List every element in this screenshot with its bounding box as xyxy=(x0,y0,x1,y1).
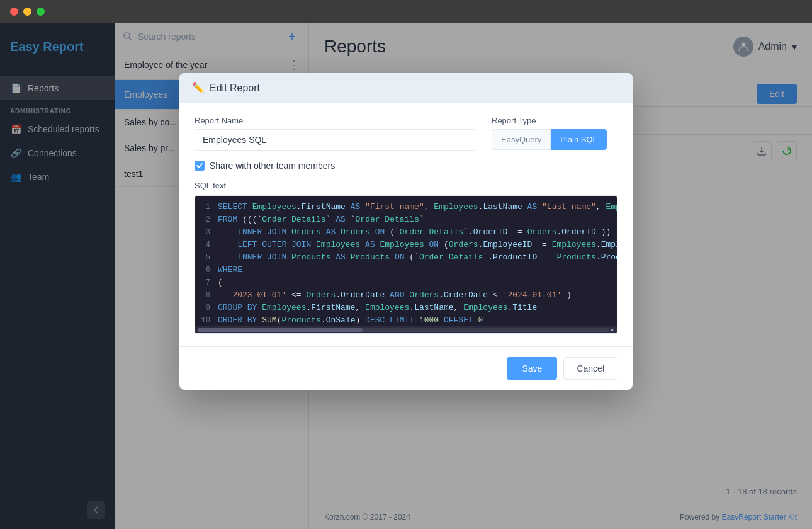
scroll-right-icon xyxy=(609,327,614,333)
modal-overlay[interactable]: ✏️ Edit Report Report Name Report Type E… xyxy=(0,23,812,529)
modal-title: Edit Report xyxy=(210,82,260,94)
share-label: Share with other team members xyxy=(210,161,335,171)
sql-section: SQL text 1 SELECT Employees.FirstName AS… xyxy=(195,181,617,334)
type-easyquery-button[interactable]: EasyQuery xyxy=(492,129,551,150)
share-checkbox-row: Share with other team members xyxy=(195,161,617,171)
sql-line: 1 SELECT Employees.FirstName AS "First n… xyxy=(195,201,617,213)
window-chrome xyxy=(0,0,812,23)
minimize-button[interactable] xyxy=(23,8,31,16)
maximize-button[interactable] xyxy=(37,8,45,16)
close-button[interactable] xyxy=(10,8,18,16)
sql-line: 9 GROUP BY Employees.FirstName, Employee… xyxy=(195,302,617,314)
scrollbar-track xyxy=(198,328,609,332)
edit-icon: ✏️ xyxy=(192,82,205,94)
sql-line: 5 INNER JOIN Products AS Products ON (`O… xyxy=(195,251,617,264)
sql-line: 10 ORDER BY SUM(Products.OnSale) DESC LI… xyxy=(195,314,617,326)
form-group-name: Report Name xyxy=(195,116,476,151)
sql-scrollbar[interactable] xyxy=(195,326,617,333)
modal-body: Report Name Report Type EasyQuery Plain … xyxy=(179,103,633,346)
sql-line: 2 FROM (((`Order Details` AS `Order Deta… xyxy=(195,213,617,226)
type-plainsql-button[interactable]: Plain SQL xyxy=(551,129,607,150)
save-button[interactable]: Save xyxy=(507,357,557,380)
sql-line: 6 WHERE xyxy=(195,264,617,276)
sql-line: 3 INNER JOIN Orders AS Orders ON (`Order… xyxy=(195,226,617,239)
share-checkbox[interactable] xyxy=(195,161,205,171)
report-type-toggle: EasyQuery Plain SQL xyxy=(492,129,617,150)
report-name-input[interactable] xyxy=(195,129,476,151)
sql-label: SQL text xyxy=(195,181,617,190)
sql-line: 4 LEFT OUTER JOIN Employees AS Employees… xyxy=(195,239,617,251)
scrollbar-thumb xyxy=(198,328,363,332)
report-name-label: Report Name xyxy=(195,116,476,125)
modal-footer: Save Cancel xyxy=(179,346,633,390)
sql-line: 8 '2023-01-01' <= Orders.OrderDate AND O… xyxy=(195,289,617,302)
edit-report-modal: ✏️ Edit Report Report Name Report Type E… xyxy=(179,73,633,390)
svg-marker-3 xyxy=(611,328,614,332)
form-group-type: Report Type EasyQuery Plain SQL xyxy=(492,116,617,150)
cancel-button[interactable]: Cancel xyxy=(563,357,617,380)
sql-editor[interactable]: 1 SELECT Employees.FirstName AS "First n… xyxy=(195,195,617,334)
modal-header: ✏️ Edit Report xyxy=(179,73,633,103)
form-row-name-type: Report Name Report Type EasyQuery Plain … xyxy=(195,116,617,151)
report-type-label: Report Type xyxy=(492,116,617,125)
sql-editor-content[interactable]: 1 SELECT Employees.FirstName AS "First n… xyxy=(195,196,617,326)
sql-line: 7 ( xyxy=(195,276,617,289)
